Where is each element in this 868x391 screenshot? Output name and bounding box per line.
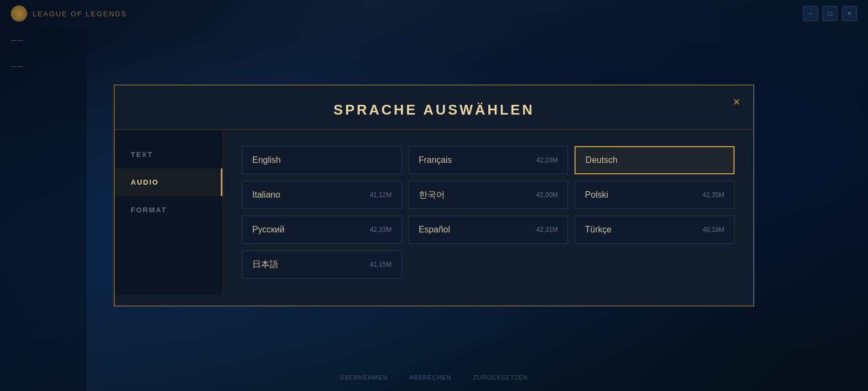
- lang-size-polski: 42,35M: [703, 191, 724, 199]
- lang-english[interactable]: English: [242, 146, 402, 174]
- modal-body: TEXT AUDIO FORMAT English Français 42,03…: [114, 130, 754, 295]
- lang-name-francais: Français: [419, 155, 452, 165]
- lang-size-russian: 42,33M: [370, 226, 392, 234]
- lang-turkce[interactable]: Türkçe 40,19M: [575, 216, 735, 244]
- lang-size-turkce: 40,19M: [703, 226, 724, 234]
- language-select-modal: SPRACHE AUSWÄHLEN × TEXT AUDIO FORMAT En…: [114, 85, 754, 306]
- tab-audio[interactable]: AUDIO: [114, 168, 222, 196]
- lang-name-korean: 한국어: [419, 190, 445, 201]
- lang-russian[interactable]: Русский 42,33M: [242, 216, 402, 244]
- modal-footer: [114, 295, 754, 306]
- modal-header: SPRACHE AUSWÄHLEN ×: [114, 85, 754, 130]
- tab-format[interactable]: FORMAT: [114, 196, 222, 224]
- lang-name-espanol: Español: [419, 225, 450, 235]
- lang-name-italiano: Italiano: [252, 190, 280, 200]
- lang-size-korean: 42,00M: [536, 191, 558, 199]
- lang-polski[interactable]: Polski 42,35M: [575, 181, 735, 209]
- lang-italiano[interactable]: Italiano 41,12M: [242, 181, 402, 209]
- lang-size-francais: 42,03M: [536, 156, 558, 164]
- lang-name-russian: Русский: [252, 225, 284, 235]
- lang-espanol[interactable]: Español 42,31M: [409, 216, 569, 244]
- language-grid-container: English Français 42,03M Deutsch Italiano: [223, 130, 754, 295]
- lang-name-polski: Polski: [585, 190, 608, 200]
- modal-title: SPRACHE AUSWÄHLEN: [334, 102, 534, 118]
- lang-francais[interactable]: Français 42,03M: [409, 146, 569, 174]
- modal-close-button[interactable]: ×: [733, 96, 740, 108]
- modal-backdrop: SPRACHE AUSWÄHLEN × TEXT AUDIO FORMAT En…: [0, 0, 868, 391]
- lang-name-deutsch: Deutsch: [585, 155, 617, 165]
- lang-name-turkce: Türkçe: [585, 225, 611, 235]
- lang-size-espanol: 42,31M: [536, 226, 558, 234]
- lang-size-japanese: 41,15M: [370, 261, 392, 268]
- lang-name-english: English: [252, 155, 280, 165]
- lang-deutsch[interactable]: Deutsch: [575, 146, 735, 174]
- lang-korean[interactable]: 한국어 42,00M: [409, 181, 569, 209]
- tab-text[interactable]: TEXT: [114, 141, 222, 168]
- lang-name-japanese: 日本語: [252, 259, 278, 270]
- lang-japanese[interactable]: 日本語 41,15M: [242, 250, 402, 279]
- language-grid: English Français 42,03M Deutsch Italiano: [242, 146, 735, 279]
- lang-size-italiano: 41,12M: [370, 191, 392, 199]
- modal-sidebar: TEXT AUDIO FORMAT: [114, 130, 223, 295]
